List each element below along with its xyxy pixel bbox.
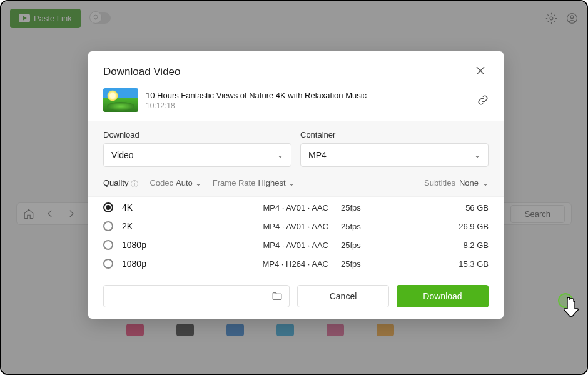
cancel-button[interactable]: Cancel [297, 285, 389, 308]
codec-select[interactable]: Codec Auto⌄ [150, 178, 201, 188]
close-button[interactable] [472, 64, 489, 79]
video-duration: 10:12:18 [146, 101, 470, 110]
quality-option[interactable]: 2K MP4 · AV01 · AAC 25fps 26.9 GB [103, 217, 489, 236]
video-title: 10 Hours Fantastic Views of Nature 4K wi… [146, 91, 470, 100]
video-thumbnail [103, 88, 138, 112]
quality-option[interactable]: 1080p MP4 · H264 · AAC 25fps 15.3 GB [103, 254, 489, 273]
container-select[interactable]: MP4 ⌄ [300, 143, 489, 167]
chevron-down-icon: ⌄ [195, 179, 201, 188]
subtitles-select[interactable]: Subtitles None ⌄ [424, 178, 489, 188]
quality-option[interactable]: 1080p MP4 · AV01 · AAC 25fps 8.2 GB [103, 236, 489, 254]
chevron-down-icon: ⌄ [482, 179, 489, 188]
chevron-down-icon: ⌄ [288, 179, 295, 188]
modal-title: Download Video [103, 66, 181, 78]
radio-selected [103, 202, 113, 212]
folder-input[interactable] [103, 285, 290, 308]
folder-icon [271, 291, 283, 302]
chevron-down-icon: ⌄ [277, 151, 283, 159]
radio-unselected [103, 240, 113, 250]
radio-unselected [103, 221, 113, 231]
quality-bar: Qualityi Codec Auto⌄ Frame Rate Highest⌄… [88, 176, 504, 196]
quality-option[interactable]: 4K MP4 · AV01 · AAC 25fps 56 GB [103, 198, 489, 217]
link-icon[interactable] [477, 94, 489, 106]
close-icon [476, 66, 485, 75]
quality-label: Qualityi [103, 178, 138, 188]
container-label: Container [300, 130, 489, 139]
video-info-row: 10 Hours Fantastic Views of Nature 4K wi… [88, 88, 504, 121]
download-button[interactable]: Download [397, 285, 489, 308]
quality-list: 4K MP4 · AV01 · AAC 25fps 56 GB 2K MP4 ·… [88, 196, 504, 276]
download-modal: Download Video 10 Hours Fantastic Views … [88, 51, 504, 319]
download-type-select[interactable]: Video ⌄ [103, 143, 291, 167]
radio-unselected [103, 259, 113, 269]
download-type-label: Download [103, 130, 291, 139]
chevron-down-icon: ⌄ [474, 151, 480, 159]
info-icon[interactable]: i [131, 180, 138, 188]
framerate-select[interactable]: Frame Rate Highest⌄ [213, 178, 295, 188]
